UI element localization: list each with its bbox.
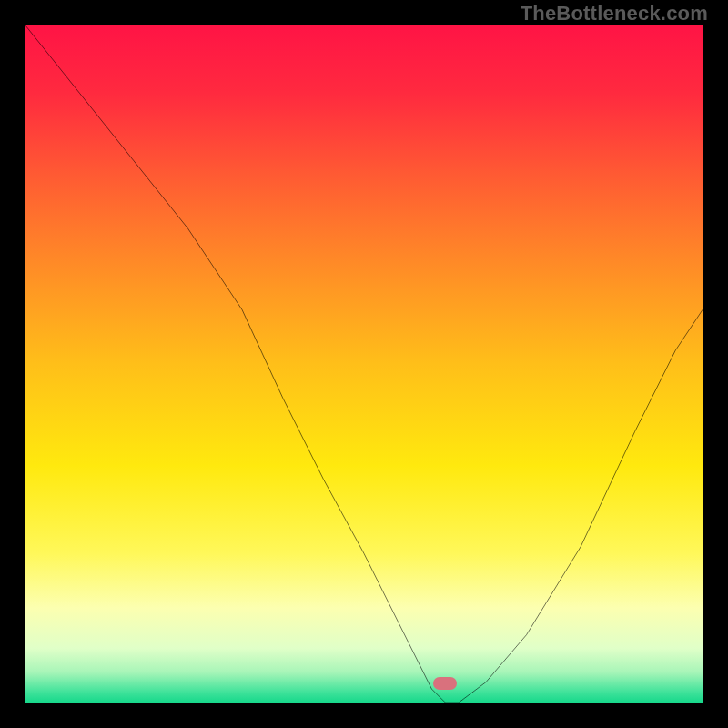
- chart-frame: TheBottleneck.com: [0, 0, 728, 728]
- plot-area: [25, 25, 703, 703]
- bottleneck-curve: [25, 25, 703, 703]
- optimum-marker: [433, 677, 457, 690]
- curve-line: [25, 25, 703, 703]
- attribution-label: TheBottleneck.com: [521, 2, 708, 25]
